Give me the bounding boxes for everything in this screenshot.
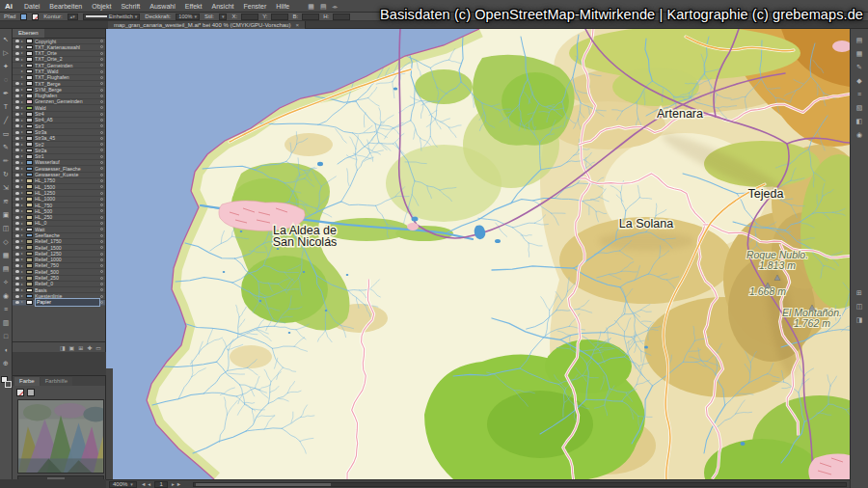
- menu-item-objekt[interactable]: Objekt: [87, 0, 116, 13]
- visibility-eye-icon[interactable]: [14, 301, 21, 304]
- horizontal-scrollbar[interactable]: [193, 482, 847, 487]
- layer-target-icon[interactable]: [100, 40, 103, 42]
- collect-for-export-icon[interactable]: ◨: [60, 344, 66, 351]
- visibility-eye-icon[interactable]: [14, 95, 21, 97]
- tab-farbhilfe[interactable]: Farbhilfe: [41, 377, 72, 386]
- layer-target-icon[interactable]: [100, 149, 103, 151]
- layer-target-icon[interactable]: [100, 253, 103, 256]
- layer-target-icon[interactable]: [100, 228, 103, 230]
- visibility-eye-icon[interactable]: [14, 167, 21, 170]
- layer-target-icon[interactable]: [100, 89, 103, 92]
- visibility-eye-icon[interactable]: [14, 179, 21, 182]
- layer-target-icon[interactable]: [100, 198, 103, 201]
- delete-layer-icon[interactable]: ▭: [95, 344, 101, 351]
- visibility-eye-icon[interactable]: [14, 58, 21, 61]
- graph-tool[interactable]: ▥: [0, 316, 13, 330]
- fill-color-swatch[interactable]: [20, 14, 27, 20]
- visibility-eye-icon[interactable]: [14, 203, 21, 206]
- transform-field-input[interactable]: [302, 14, 319, 20]
- transform-field-input[interactable]: [333, 14, 350, 20]
- layer-name[interactable]: Papier: [35, 298, 100, 306]
- symbols-panel-icon[interactable]: ◆: [851, 74, 868, 88]
- layer-target-icon[interactable]: [100, 234, 103, 237]
- visibility-eye-icon[interactable]: [14, 295, 21, 298]
- layer-target-icon[interactable]: [100, 52, 103, 55]
- hand-tool[interactable]: ◖: [0, 343, 13, 357]
- width-tool[interactable]: ≋: [0, 195, 13, 208]
- new-sublayer-icon[interactable]: ⊞: [78, 344, 83, 351]
- variable-width-profile-select[interactable]: Einheitlich▾: [83, 14, 141, 20]
- layer-target-icon[interactable]: [100, 64, 103, 67]
- layer-target-icon[interactable]: [100, 100, 103, 103]
- visibility-eye-icon[interactable]: [14, 288, 21, 291]
- pathfinder-panel-icon[interactable]: ◫: [851, 300, 868, 313]
- line-segment-tool[interactable]: ╱: [0, 114, 13, 127]
- visibility-eye-icon[interactable]: [14, 216, 21, 219]
- layer-target-icon[interactable]: [100, 258, 103, 261]
- visibility-eye-icon[interactable]: [14, 209, 21, 212]
- free-transform-tool[interactable]: ▣: [0, 208, 13, 222]
- zoom-level-select[interactable]: 400%▾: [109, 481, 137, 488]
- lasso-tool[interactable]: ◌: [0, 73, 13, 87]
- visibility-eye-icon[interactable]: [14, 52, 21, 55]
- color-swatch[interactable]: [27, 389, 35, 396]
- symbol-sprayer-tool[interactable]: ≡: [0, 303, 13, 316]
- visibility-eye-icon[interactable]: [14, 131, 21, 134]
- layer-target-icon[interactable]: [100, 203, 103, 206]
- layer-target-icon[interactable]: [100, 124, 103, 127]
- gradient-panel-icon[interactable]: ▧: [851, 101, 868, 115]
- visibility-eye-icon[interactable]: [14, 253, 21, 256]
- artboard-number[interactable]: 1: [154, 481, 168, 488]
- paintbrush-tool[interactable]: ✎: [0, 141, 13, 154]
- menu-item-auswahl[interactable]: Auswahl: [145, 0, 179, 13]
- visibility-eye-icon[interactable]: [14, 119, 21, 122]
- visibility-eye-icon[interactable]: [14, 277, 21, 280]
- layer-target-icon[interactable]: [100, 216, 103, 219]
- layer-target-icon[interactable]: [100, 295, 103, 298]
- menu-item-hilfe[interactable]: Hilfe: [271, 0, 294, 13]
- stroke-weight-stepper[interactable]: ▴▾: [68, 14, 78, 20]
- opacity-value[interactable]: 100%▾: [176, 14, 200, 20]
- tab-ebenen[interactable]: Ebenen: [13, 29, 44, 38]
- none-swatch[interactable]: [16, 389, 24, 396]
- visibility-eye-icon[interactable]: [14, 240, 21, 243]
- menu-item-schrift[interactable]: Schrift: [116, 0, 145, 13]
- visibility-eye-icon[interactable]: [14, 283, 21, 285]
- layer-target-icon[interactable]: [100, 161, 103, 164]
- transform-field-input[interactable]: [241, 14, 258, 20]
- layer-target-icon[interactable]: [100, 192, 103, 195]
- shape-builder-tool[interactable]: ◫: [0, 222, 13, 235]
- layer-target-icon[interactable]: [100, 131, 103, 134]
- layer-target-icon[interactable]: [100, 246, 103, 249]
- visibility-eye-icon[interactable]: [14, 100, 21, 103]
- visibility-eye-icon[interactable]: [14, 155, 21, 158]
- layer-target-icon[interactable]: [100, 106, 103, 109]
- transparency-panel-icon[interactable]: ◧: [851, 115, 868, 128]
- layer-target-icon[interactable]: [100, 70, 103, 73]
- brushes-panel-icon[interactable]: ✎: [851, 61, 868, 74]
- visibility-eye-icon[interactable]: [14, 124, 21, 127]
- transform-panel-icon[interactable]: ◨: [851, 313, 868, 327]
- layer-target-icon[interactable]: [100, 143, 103, 146]
- magic-wand-tool[interactable]: ✦: [0, 60, 13, 73]
- mesh-tool[interactable]: ▦: [0, 249, 13, 262]
- visibility-eye-icon[interactable]: [14, 161, 21, 164]
- layer-target-icon[interactable]: [100, 167, 103, 170]
- menu-item-fenster[interactable]: Fenster: [239, 0, 272, 13]
- menu-item-datei[interactable]: Datei: [19, 0, 44, 13]
- visibility-eye-icon[interactable]: [14, 270, 21, 273]
- layer-target-icon[interactable]: [100, 209, 103, 212]
- layer-target-icon[interactable]: [100, 301, 103, 304]
- map-canvas[interactable]: La Aldea deSan NicolásArtenaraTejedaLa S…: [106, 29, 850, 479]
- color-spectrum[interactable]: [17, 399, 104, 474]
- visibility-eye-icon[interactable]: [14, 228, 21, 230]
- document-tab[interactable]: map_gran_canaria_westteil_M.ai* bei 400 …: [108, 21, 306, 29]
- visibility-eye-icon[interactable]: [14, 149, 21, 151]
- menu-item-ansicht[interactable]: Ansicht: [207, 0, 239, 13]
- layer-target-icon[interactable]: [100, 277, 103, 280]
- selection-tool[interactable]: ↖: [0, 33, 13, 46]
- stroke-color-swatch[interactable]: [32, 14, 39, 20]
- new-layer-icon[interactable]: ✚: [87, 344, 92, 351]
- visibility-eye-icon[interactable]: [14, 82, 21, 85]
- rectangle-tool[interactable]: ▭: [0, 127, 13, 141]
